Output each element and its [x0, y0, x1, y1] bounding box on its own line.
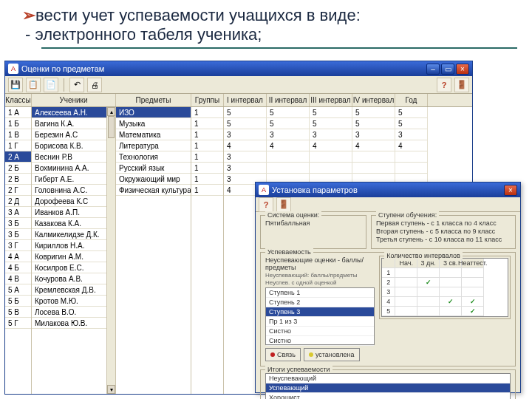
list-item[interactable]: Косилров Е.С. [32, 262, 115, 273]
list-item[interactable]: 3 Б [5, 229, 31, 240]
list-item[interactable]: 1 Г [5, 140, 31, 151]
status-button[interactable]: установлена [304, 348, 360, 361]
header-classes[interactable]: Классы [5, 94, 32, 106]
list-item[interactable]: Кочурова А.В. [32, 273, 115, 284]
groups-column[interactable]: 11111111 [191, 107, 224, 394]
list-item[interactable]: 2 Г [5, 185, 31, 196]
grade-cell[interactable]: 5 [310, 118, 352, 129]
check-cell[interactable] [440, 268, 462, 278]
minimize-button[interactable]: – [426, 64, 440, 75]
list-item[interactable]: 1 [191, 163, 223, 174]
results-list[interactable]: НеуспевающийУспевающийХорошистОтличник [265, 373, 511, 399]
list-item[interactable]: 1 [191, 174, 223, 185]
result-item[interactable]: Успевающий [266, 383, 510, 393]
list-item[interactable]: Музыка [116, 118, 191, 129]
header-subjects[interactable]: Предметы [116, 94, 191, 106]
stage-item[interactable]: Ступень 2 [266, 298, 374, 307]
stage-list[interactable]: Ступень 1Ступень 2Ступень 3Пр 1 из 3Сист… [265, 287, 375, 345]
list-item[interactable]: 1 В [5, 129, 31, 140]
list-item[interactable]: Калмикелидзе Д.К. [32, 229, 115, 240]
stage-item[interactable]: Ступень 3 [266, 307, 374, 317]
scroll-thumb[interactable] [108, 116, 115, 138]
check-cell[interactable]: ✓ [440, 297, 462, 307]
list-item[interactable]: 2 Б [5, 163, 31, 174]
header-students[interactable]: Ученики [32, 94, 116, 106]
grade-cell[interactable]: 5 [352, 118, 395, 129]
grade-cell[interactable]: 5 [310, 107, 352, 118]
check-cell[interactable] [417, 287, 440, 297]
list-item[interactable]: 2 В [5, 174, 31, 185]
list-item[interactable]: 2 А [5, 151, 31, 163]
list-item[interactable]: Иванков А.П. [32, 207, 115, 218]
tool-copy-icon[interactable]: 📋 [26, 78, 41, 92]
link-button[interactable]: Связь [265, 348, 301, 361]
list-item[interactable]: 5 Б [5, 296, 31, 307]
header-i4[interactable]: IV интервал [352, 94, 395, 106]
grade-cell[interactable] [310, 151, 352, 163]
grade-cell[interactable]: 5 [395, 107, 428, 118]
list-item[interactable]: 1 [191, 140, 223, 151]
maximize-button[interactable]: ▭ [441, 64, 454, 75]
grade-cell[interactable]: 3 [352, 129, 395, 140]
students-scrollbar[interactable]: ▴ ▾ [106, 107, 115, 394]
dialog-close-button[interactable]: × [504, 185, 517, 196]
scroll-down-icon[interactable]: ▾ [107, 385, 115, 394]
header-i3[interactable]: III интервал [310, 94, 352, 106]
subjects-column[interactable]: ИЗОМузыкаМатематикаЛитератураТехнологияР… [116, 107, 191, 394]
tool-exit-icon[interactable]: 🚪 [454, 78, 469, 92]
list-item[interactable]: Головнина А.С. [32, 185, 115, 196]
grade-cell[interactable]: 4 [267, 140, 310, 151]
grade-cell[interactable]: 4 [352, 140, 395, 151]
list-item[interactable]: Окружающий мир [116, 174, 191, 185]
list-item[interactable]: Технология [116, 151, 191, 163]
grade-cell[interactable]: 5 [267, 107, 310, 118]
check-cell[interactable]: ✓ [462, 297, 484, 307]
titlebar[interactable]: A Оценки по предметам – ▭ × [5, 61, 472, 76]
header-i2[interactable]: II интервал [267, 94, 310, 106]
list-item[interactable]: Березин А.С [32, 129, 115, 140]
grade-cell[interactable]: 5 [352, 107, 395, 118]
list-item[interactable]: Казакова К.А. [32, 218, 115, 229]
tool-print-icon[interactable]: 🖨 [87, 78, 102, 92]
list-item[interactable]: 1 [191, 129, 223, 140]
grade-cell[interactable]: 5 [267, 118, 310, 129]
check-cell[interactable] [440, 278, 462, 287]
list-item[interactable]: Ковригин А.М. [32, 251, 115, 262]
check-cell[interactable] [440, 287, 462, 297]
check-cell[interactable] [395, 307, 417, 316]
list-item[interactable]: 4 А [5, 251, 31, 262]
list-item[interactable]: Милакова Ю.В. [32, 318, 115, 329]
grade-cell[interactable]: 3 [224, 163, 267, 174]
check-cell[interactable] [417, 297, 440, 307]
grade-cell[interactable]: 5 [224, 118, 267, 129]
grade-cell[interactable]: 4 [395, 140, 428, 151]
list-item[interactable]: Лосева В.О. [32, 307, 115, 318]
list-item[interactable]: 5 А [5, 284, 31, 296]
grade-cell[interactable] [267, 163, 310, 174]
grade-cell[interactable] [395, 151, 428, 163]
grade-cell[interactable]: 3 [224, 129, 267, 140]
grade-cell[interactable] [310, 163, 352, 174]
list-item[interactable]: Физическая культура [116, 185, 191, 196]
grade-cell[interactable]: 3 [310, 129, 352, 140]
header-year[interactable]: Год [395, 94, 428, 106]
list-item[interactable]: 1 [191, 118, 223, 129]
grade-cell[interactable]: 3 [267, 129, 310, 140]
check-cell[interactable]: ✓ [462, 307, 484, 316]
list-item[interactable]: 4 В [5, 273, 31, 284]
result-item[interactable]: Хорошист [266, 393, 510, 399]
check-cell[interactable] [417, 307, 440, 316]
check-cell[interactable] [395, 297, 417, 307]
tool-help-icon[interactable]: ? [437, 78, 451, 92]
list-item[interactable]: 1 [191, 151, 223, 163]
list-item[interactable]: ИЗО [116, 107, 191, 118]
stage-item[interactable]: Систно [266, 327, 374, 336]
grade-cell[interactable] [352, 151, 395, 163]
check-cell[interactable]: ✓ [417, 278, 440, 287]
check-cell[interactable] [395, 287, 417, 297]
grade-cell[interactable]: 3 [395, 129, 428, 140]
tool-save-icon[interactable]: 💾 [8, 78, 23, 92]
check-cell[interactable] [462, 278, 484, 287]
list-item[interactable]: 3 Б [5, 218, 31, 229]
check-cell[interactable] [440, 307, 462, 316]
